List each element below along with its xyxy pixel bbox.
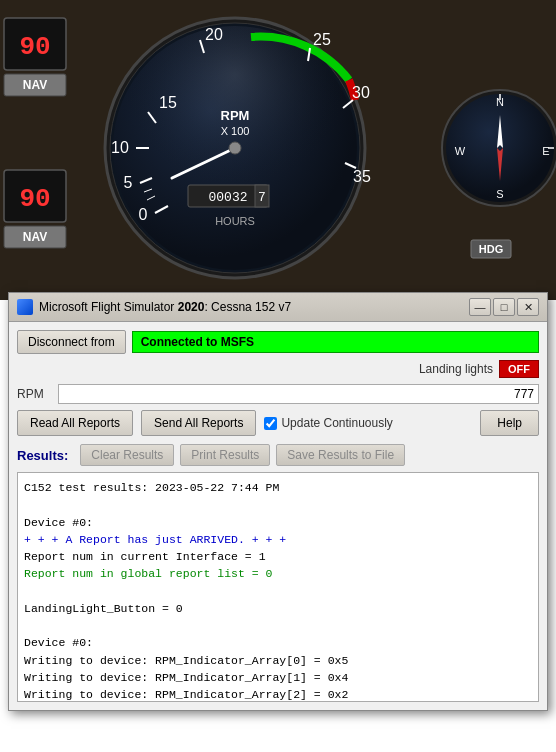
landing-lights-label: Landing lights <box>419 362 493 376</box>
list-item: Writing to device: RPM_Indicator_Array[2… <box>24 686 532 702</box>
help-button[interactable]: Help <box>480 410 539 436</box>
svg-text:90: 90 <box>19 32 50 62</box>
update-checkbox-area: Update Continuously <box>264 416 472 430</box>
app-icon <box>17 299 33 315</box>
list-item <box>24 496 532 513</box>
svg-text:NAV: NAV <box>23 78 47 92</box>
maximize-button[interactable]: □ <box>493 298 515 316</box>
svg-text:E: E <box>542 145 549 157</box>
svg-text:HOURS: HOURS <box>215 215 255 227</box>
list-item: Report num in global report list = 0 <box>24 565 532 582</box>
svg-text:00032: 00032 <box>208 190 247 205</box>
landing-lights-off-button[interactable]: OFF <box>499 360 539 378</box>
title-aircraft: Cessna 152 v7 <box>211 300 291 314</box>
rpm-label: RPM <box>17 387 52 401</box>
svg-text:25: 25 <box>313 31 331 48</box>
svg-text:X 100: X 100 <box>221 125 250 137</box>
gauge-area: 90 NAV 90 NAV 0 5 10 15 <box>0 0 556 300</box>
svg-text:NAV: NAV <box>23 230 47 244</box>
save-results-button[interactable]: Save Results to File <box>276 444 405 466</box>
list-item: + + + A Report has just ARRIVED. + + + <box>24 531 532 548</box>
svg-text:W: W <box>455 145 466 157</box>
list-item: Report num in current Interface = 1 <box>24 548 532 565</box>
send-reports-button[interactable]: Send All Reports <box>141 410 256 436</box>
title-text-normal: Microsoft Flight Simulator <box>39 300 178 314</box>
dialog-title: Microsoft Flight Simulator 2020: Cessna … <box>39 300 463 314</box>
svg-text:7: 7 <box>258 190 266 205</box>
svg-text:0: 0 <box>139 206 148 223</box>
disconnect-button[interactable]: Disconnect from <box>17 330 126 354</box>
connection-row: Disconnect from Connected to MSFS <box>17 330 539 354</box>
print-results-button[interactable]: Print Results <box>180 444 270 466</box>
results-header-row: Results: Clear Results Print Results Sav… <box>17 444 539 466</box>
dialog-body: Disconnect from Connected to MSFS Landin… <box>9 322 547 710</box>
svg-text:90: 90 <box>19 184 50 214</box>
rpm-input[interactable] <box>58 384 539 404</box>
svg-text:35: 35 <box>353 168 371 185</box>
svg-text:5: 5 <box>124 174 133 191</box>
rpm-row: RPM <box>17 384 539 404</box>
dialog-window: Microsoft Flight Simulator 2020: Cessna … <box>8 292 548 711</box>
results-header-line: C152 test results: 2023-05-22 7:44 PM <box>24 479 532 496</box>
results-label: Results: <box>17 448 68 463</box>
update-continuously-label: Update Continuously <box>281 416 392 430</box>
update-continuously-checkbox[interactable] <box>264 417 277 430</box>
svg-text:HDG: HDG <box>479 243 503 255</box>
svg-text:15: 15 <box>159 94 177 111</box>
svg-text:30: 30 <box>352 84 370 101</box>
title-year: 2020 <box>178 300 205 314</box>
landing-lights-row: Landing lights OFF <box>17 360 539 378</box>
clear-results-button[interactable]: Clear Results <box>80 444 174 466</box>
list-item: Device #0: <box>24 634 532 651</box>
svg-text:10: 10 <box>111 139 129 156</box>
window-controls: — □ ✕ <box>469 298 539 316</box>
results-lines: Device #0:+ + + A Report has just ARRIVE… <box>24 496 532 702</box>
svg-text:20: 20 <box>205 26 223 43</box>
list-item: LandingLight_Button = 0 <box>24 600 532 617</box>
list-item <box>24 617 532 634</box>
svg-text:S: S <box>496 188 503 200</box>
svg-point-34 <box>229 142 241 154</box>
list-item: Device #0: <box>24 514 532 531</box>
list-item: Writing to device: RPM_Indicator_Array[1… <box>24 669 532 686</box>
read-reports-button[interactable]: Read All Reports <box>17 410 133 436</box>
list-item <box>24 583 532 600</box>
dialog-titlebar: Microsoft Flight Simulator 2020: Cessna … <box>9 293 547 322</box>
connection-status: Connected to MSFS <box>132 331 539 353</box>
close-button[interactable]: ✕ <box>517 298 539 316</box>
results-box[interactable]: C152 test results: 2023-05-22 7:44 PM De… <box>17 472 539 702</box>
minimize-button[interactable]: — <box>469 298 491 316</box>
action-buttons-row: Read All Reports Send All Reports Update… <box>17 410 539 436</box>
svg-text:RPM: RPM <box>221 108 250 123</box>
list-item: Writing to device: RPM_Indicator_Array[0… <box>24 652 532 669</box>
